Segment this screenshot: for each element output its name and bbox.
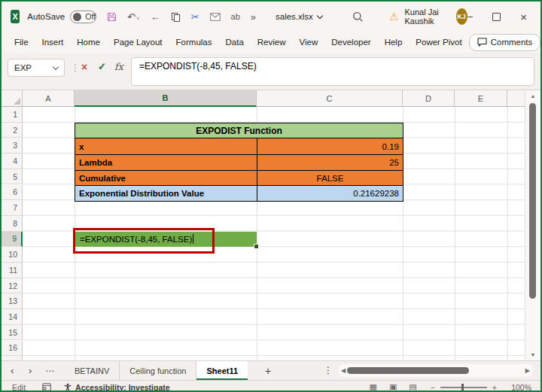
qat-overflow-icon[interactable]: » — [251, 12, 256, 22]
row-header-6[interactable]: 6 — [2, 185, 23, 201]
undo-dropdown-icon[interactable]: ˅ — [136, 15, 140, 22]
column-header-a[interactable]: A — [23, 90, 75, 107]
table-value-cumulative[interactable]: FALSE — [257, 171, 403, 186]
formula-input[interactable]: =EXPONDIST(-8,45, FALSE) — [131, 57, 534, 86]
row-header-14[interactable]: 14 — [2, 309, 23, 325]
select-all-corner[interactable] — [2, 90, 23, 107]
vertical-scroll-thumb[interactable] — [529, 103, 536, 299]
undo-icon[interactable]: ↶˅ — [127, 12, 140, 22]
table-value-lambda[interactable]: 25 — [257, 155, 403, 170]
column-header-partial[interactable] — [507, 90, 526, 107]
user-name[interactable]: Kunal Jai Kaushik — [404, 8, 449, 26]
table-label-cumulative[interactable]: Cumulative — [75, 171, 257, 186]
fill-handle[interactable] — [254, 244, 259, 249]
row-header-7[interactable]: 7 — [2, 200, 23, 216]
zoom-level[interactable]: 100% — [510, 383, 531, 392]
horizontal-scrollbar[interactable]: ◀ ▶ — [338, 364, 533, 377]
ribbon-tab-data[interactable]: Data — [219, 38, 251, 47]
copy-icon[interactable] — [171, 12, 181, 22]
sheet-tab-betainv[interactable]: BETAINV — [65, 361, 119, 380]
sheet-bar-menu-icon[interactable]: ⋮ — [324, 365, 333, 375]
column-header-e[interactable]: E — [455, 90, 507, 107]
ribbon-tab-file[interactable]: File — [8, 38, 35, 47]
row-header-4[interactable]: 4 — [2, 153, 23, 169]
row-header-15[interactable]: 15 — [2, 325, 23, 341]
horizontal-scroll-thumb[interactable] — [347, 367, 469, 374]
excel-logo-icon[interactable]: X — [11, 10, 20, 23]
row-header-2[interactable]: 2 — [2, 123, 23, 138]
autosave-toggle[interactable]: Off — [70, 11, 96, 23]
page-break-view-button[interactable]: ▤ — [409, 382, 416, 392]
ribbon-tab-formulas[interactable]: Formulas — [169, 38, 219, 47]
back-arrow-icon[interactable]: ← — [151, 12, 160, 22]
page-layout-view-button[interactable]: ▣ — [389, 382, 397, 392]
zoom-slider-thumb[interactable] — [461, 384, 464, 391]
row-header-16[interactable]: 16 — [2, 341, 23, 357]
warning-icon[interactable]: ⚠ — [389, 11, 399, 23]
row-header-13[interactable]: 13 — [2, 293, 23, 309]
ribbon-tab-view[interactable]: View — [293, 38, 325, 47]
vertical-scrollbar[interactable]: ▲ ▼ — [525, 90, 540, 360]
table-label-exponential-distribution-value[interactable]: Exponential Distribution Value — [75, 186, 257, 201]
ribbon-tab-insert[interactable]: Insert — [35, 38, 71, 47]
table-value-x[interactable]: 0.19 — [257, 138, 403, 154]
ribbon-tab-home[interactable]: Home — [70, 38, 107, 47]
all-sheets-button[interactable]: ⋯ — [45, 361, 54, 380]
cut-icon[interactable]: ✂ — [191, 12, 199, 22]
cancel-entry-button[interactable]: × — [81, 61, 87, 73]
row-header-11[interactable]: 11 — [2, 263, 23, 278]
next-sheet-button[interactable]: › — [29, 361, 32, 380]
table-label-lambda[interactable]: Lambda — [75, 155, 257, 170]
search-icon[interactable] — [352, 11, 364, 23]
name-box-dropdown-icon[interactable] — [53, 63, 59, 69]
maximize-button[interactable] — [492, 13, 501, 21]
macro-record-icon[interactable] — [42, 383, 51, 391]
column-header-d[interactable]: D — [403, 90, 455, 107]
ribbon-tab-help[interactable]: Help — [378, 38, 410, 47]
save-icon[interactable] — [107, 12, 117, 22]
column-header-b[interactable]: B — [75, 90, 257, 107]
row-header-10[interactable]: 10 — [2, 247, 23, 263]
column-header-c[interactable]: C — [257, 90, 403, 107]
close-button[interactable]: × — [520, 11, 527, 23]
ribbon-tab-power-pivot[interactable]: Power Pivot — [409, 38, 468, 47]
table-title-cell[interactable]: EXPODIST Function — [75, 123, 403, 139]
comments-button[interactable]: Comments — [469, 34, 541, 51]
scroll-right-icon[interactable]: ▶ — [525, 367, 530, 374]
gridline — [455, 107, 455, 360]
ribbon-tab-developer[interactable]: Developer — [324, 38, 377, 47]
user-avatar[interactable]: KJ — [456, 8, 467, 25]
scroll-left-icon[interactable]: ◀ — [341, 367, 346, 374]
zoom-out-button[interactable]: − — [431, 383, 435, 392]
accessibility-status[interactable]: Accessibility: Investigate — [63, 383, 169, 392]
row-header-1[interactable]: 1 — [2, 107, 23, 123]
enter-entry-button[interactable]: ✓ — [98, 61, 106, 72]
grid-area[interactable]: ABCDE 1234567891011121314151617 EXPODIST… — [2, 90, 526, 360]
row-header-8[interactable]: 8 — [2, 216, 23, 232]
table-label-x[interactable]: x — [75, 138, 257, 154]
scroll-down-icon[interactable]: ▼ — [525, 352, 540, 357]
sheet-tab-sheet11[interactable]: Sheet11 — [196, 361, 248, 380]
file-menu-chevron-icon — [317, 12, 323, 18]
table-value-exponential-distribution-value[interactable]: 0.21629238 — [257, 186, 403, 201]
row-header-3[interactable]: 3 — [2, 138, 23, 153]
row-header-5[interactable]: 5 — [2, 169, 23, 185]
row-header-12[interactable]: 12 — [2, 278, 23, 294]
name-box[interactable]: EXP — [8, 59, 65, 77]
zoom-slider[interactable] — [440, 387, 487, 388]
zoom-in-button[interactable]: + — [492, 383, 497, 392]
row-header-9[interactable]: 9 — [2, 232, 23, 248]
file-name[interactable]: sales.xlsx — [276, 12, 322, 21]
ribbon-tab-page-layout[interactable]: Page Layout — [107, 38, 169, 47]
excel-window: X AutoSave Off ↶˅ ← ✂ ab » sales.xlsx — [0, 0, 542, 392]
scroll-up-icon[interactable]: ▲ — [525, 93, 540, 99]
mail-icon[interactable] — [210, 13, 221, 21]
insert-function-button[interactable]: fx — [114, 61, 123, 72]
minimize-button[interactable]: − — [467, 11, 473, 23]
sheet-tab-ceiling-function[interactable]: Ceiling function — [119, 361, 196, 380]
ribbon-tab-review[interactable]: Review — [251, 38, 293, 47]
normal-view-button[interactable]: ▦ — [370, 382, 377, 392]
new-sheet-button[interactable]: + — [260, 363, 276, 378]
prev-sheet-button[interactable]: ‹ — [11, 361, 14, 380]
replace-icon[interactable]: ab — [231, 13, 240, 21]
